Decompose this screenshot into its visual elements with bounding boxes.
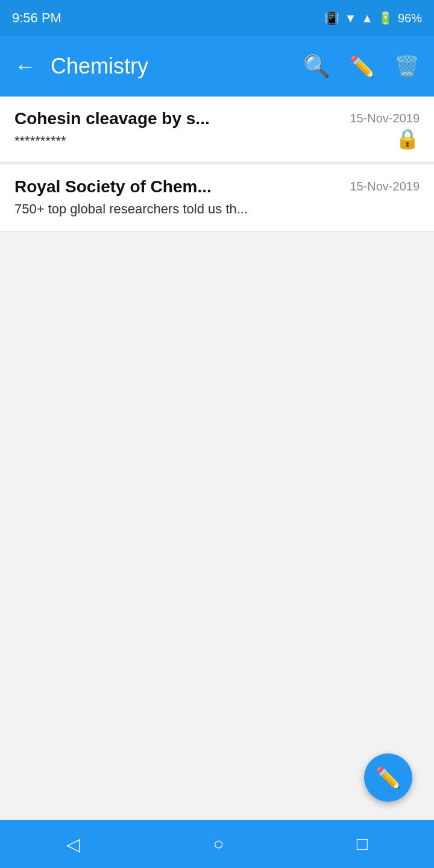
note-date: 15-Nov-2019 [350,112,420,125]
note-preview: ********** [14,133,66,148]
battery-percentage: 96% [398,11,422,25]
nav-home-button[interactable]: ○ [201,828,236,860]
bottom-nav: ◁ ○ □ [0,820,434,868]
note-preview: 750+ top global researchers told us th..… [14,201,248,216]
battery-icon: 🔋 [378,11,393,25]
app-bar-actions: 🔍 ✏️ 🗑️ [298,49,424,84]
edit-button[interactable]: ✏️ [345,49,380,83]
note-header: Cohesin cleavage by s... 15-Nov-2019 [14,109,420,128]
vibrate-icon: 📳 [324,11,339,25]
search-button[interactable]: 🔍 [298,49,335,84]
note-title: Royal Society of Chem... [14,177,350,197]
lock-icon: 🔒 [395,127,420,150]
status-bar: 9:56 PM 📳 ▼ ▲ 🔋 96% [0,0,434,36]
note-title: Cohesin cleavage by s... [14,109,350,128]
list-item[interactable]: Cohesin cleavage by s... 15-Nov-2019 ***… [0,96,434,163]
signal-icon: ▲ [361,11,373,25]
list-item[interactable]: Royal Society of Chem... 15-Nov-2019 750… [0,165,434,231]
back-button[interactable]: ← [10,49,41,84]
fab-edit-icon: ✏️ [376,766,401,790]
note-header: Royal Society of Chem... 15-Nov-2019 [14,177,420,197]
page-title: Chemistry [51,54,289,79]
fab-new-note[interactable]: ✏️ [364,753,412,802]
delete-button[interactable]: 🗑️ [389,49,424,83]
app-bar: ← Chemistry 🔍 ✏️ 🗑️ [0,36,434,96]
status-icons: 📳 ▼ ▲ 🔋 96% [324,11,422,25]
status-time: 9:56 PM [12,10,61,26]
note-date: 15-Nov-2019 [350,180,420,193]
wifi-icon: ▼ [344,11,356,25]
nav-back-button[interactable]: ◁ [54,828,92,861]
nav-recents-button[interactable]: □ [345,828,380,860]
notes-list: Cohesin cleavage by s... 15-Nov-2019 ***… [0,96,434,820]
